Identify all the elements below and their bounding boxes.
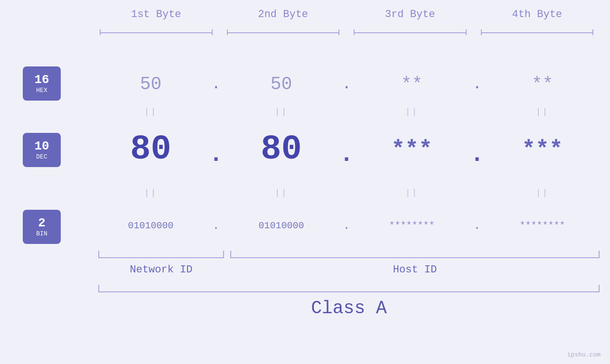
eq2-b4: || (484, 188, 601, 197)
hex-base: HEX (36, 87, 47, 94)
eq1-b4: || (484, 107, 601, 117)
byte1-header: 1st Byte (93, 9, 220, 20)
bin-base: BIN (36, 230, 47, 237)
network-bracket (98, 251, 224, 259)
bin-b4: ******** (484, 220, 601, 231)
dec-num: 10 (34, 140, 49, 153)
eq2-b1: || (93, 188, 209, 197)
top-brackets (93, 28, 601, 38)
hex-dot2: . (339, 75, 354, 93)
bracket-1 (100, 28, 213, 38)
hex-row: 50 . 50 . ** . ** (93, 69, 601, 100)
eq2-b2: || (223, 188, 339, 197)
bin-b3: ******** (354, 220, 470, 231)
main-layout: 1st Byte 2nd Byte 3rd Byte 4th Byte 16 (0, 0, 610, 364)
hex-badge: 16 HEX (23, 66, 61, 101)
hex-dot1: . (209, 75, 223, 93)
dec-base: DEC (36, 153, 47, 160)
bin-num: 2 (38, 216, 46, 230)
host-bracket (230, 251, 600, 259)
byte2-header: 2nd Byte (220, 9, 347, 20)
bin-row: 01010000 . 01010000 . ******** . *******… (93, 206, 601, 244)
byte3-header: 3rd Byte (347, 9, 474, 20)
host-id-label: Host ID (230, 264, 600, 276)
network-id-label: Network ID (98, 264, 224, 276)
dec-dot2: . (339, 131, 354, 168)
equals-row-1: || || || || (93, 105, 601, 119)
bin-dot1: . (209, 219, 223, 232)
dec-dot3: . (470, 131, 484, 168)
dec-dot1: . (209, 131, 223, 168)
hex-b4: ** (484, 74, 601, 94)
bin-badge: 2 BIN (23, 210, 61, 244)
bracket-3 (354, 28, 467, 38)
hex-b1: 50 (93, 74, 209, 94)
eq1-b3: || (354, 107, 470, 117)
byte4-header: 4th Byte (474, 9, 601, 20)
eq1-b2: || (223, 107, 339, 117)
bracket-4 (481, 28, 594, 38)
class-bracket (98, 285, 600, 293)
byte-headers: 1st Byte 2nd Byte 3rd Byte 4th Byte (93, 9, 601, 20)
dec-row: 80 . 80 . *** . *** (93, 123, 601, 176)
dec-b4: *** (484, 137, 601, 162)
dec-badge: 10 DEC (23, 133, 61, 167)
eq1-b1: || (93, 107, 209, 117)
bin-dot3: . (470, 219, 484, 232)
eq2-b3: || (354, 188, 470, 197)
hex-b2: 50 (223, 74, 339, 94)
hex-num: 16 (34, 73, 49, 87)
hex-dot3: . (470, 75, 484, 93)
equals-row-2: || || || || (93, 186, 601, 199)
hex-b3: ** (354, 74, 470, 94)
dec-b3: *** (354, 137, 470, 162)
class-label: Class A (98, 298, 600, 318)
dec-b1: 80 (93, 130, 209, 169)
bin-b2: 01010000 (223, 220, 339, 231)
watermark: ipshu.com (567, 351, 601, 358)
bracket-2 (227, 28, 340, 38)
dec-b2: 80 (223, 130, 339, 169)
bin-b1: 01010000 (93, 220, 209, 231)
bin-dot2: . (339, 219, 354, 232)
